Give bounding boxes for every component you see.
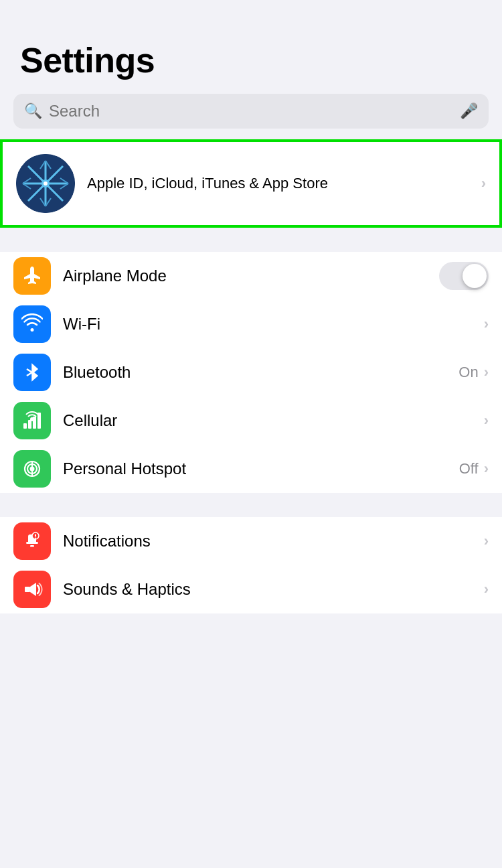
wifi-icon <box>13 305 51 343</box>
bluetooth-icon <box>13 354 51 391</box>
avatar <box>16 154 75 213</box>
apple-id-label: Apple ID, iCloud, iTunes & App Store <box>87 175 469 192</box>
svg-rect-30 <box>35 534 36 537</box>
system-section: Notifications › Sounds & Haptics › <box>0 517 502 613</box>
svg-point-21 <box>30 417 34 421</box>
apple-id-chevron: › <box>481 175 486 192</box>
svg-line-16 <box>27 369 32 372</box>
svg-rect-20 <box>37 413 41 429</box>
bluetooth-chevron: › <box>484 364 489 381</box>
cellular-row[interactable]: Cellular › <box>0 396 502 445</box>
airplane-mode-icon <box>13 257 51 295</box>
sounds-chevron: › <box>484 581 489 598</box>
search-input[interactable] <box>49 102 453 121</box>
toggle-knob <box>463 264 487 288</box>
connectivity-section: Airplane Mode Wi-Fi › Bluetooth On <box>0 252 502 493</box>
wifi-row[interactable]: Wi-Fi › <box>0 300 502 348</box>
sounds-haptics-label: Sounds & Haptics <box>63 580 484 599</box>
svg-rect-18 <box>28 420 31 429</box>
bluetooth-value: On <box>458 364 478 381</box>
cellular-label: Cellular <box>63 411 484 430</box>
svg-rect-31 <box>35 538 36 539</box>
svg-line-15 <box>27 372 32 376</box>
page-header: Settings <box>0 0 502 88</box>
cellular-chevron: › <box>484 412 489 429</box>
svg-rect-28 <box>30 545 34 547</box>
sounds-haptics-row[interactable]: Sounds & Haptics › <box>0 565 502 613</box>
section-gap-1 <box>0 228 502 252</box>
personal-hotspot-row[interactable]: Personal Hotspot Off › <box>0 445 502 493</box>
hotspot-value: Off <box>459 460 479 478</box>
notifications-row[interactable]: Notifications › <box>0 517 502 565</box>
section-gap-2 <box>0 493 502 517</box>
svg-rect-27 <box>26 542 38 544</box>
airplane-mode-toggle[interactable] <box>439 262 489 290</box>
hotspot-icon <box>13 450 51 488</box>
search-icon: 🔍 <box>24 102 42 120</box>
svg-rect-32 <box>25 587 30 592</box>
microphone-icon[interactable]: 🎤 <box>460 102 478 120</box>
airplane-mode-row[interactable]: Airplane Mode <box>0 252 502 300</box>
notifications-chevron: › <box>484 532 489 550</box>
bluetooth-row[interactable]: Bluetooth On › <box>0 348 502 396</box>
svg-rect-17 <box>23 423 27 429</box>
search-bar-container: 🔍 🎤 <box>0 88 502 139</box>
notifications-label: Notifications <box>63 532 484 551</box>
notifications-icon <box>13 522 51 560</box>
apple-id-section: Apple ID, iCloud, iTunes & App Store › <box>0 139 502 228</box>
wifi-label: Wi-Fi <box>63 315 484 334</box>
personal-hotspot-label: Personal Hotspot <box>63 459 459 478</box>
wifi-chevron: › <box>484 315 489 333</box>
hotspot-chevron: › <box>484 460 489 478</box>
airplane-mode-label: Airplane Mode <box>63 267 439 285</box>
search-bar[interactable]: 🔍 🎤 <box>13 94 489 129</box>
svg-marker-33 <box>30 583 36 596</box>
bluetooth-label: Bluetooth <box>63 363 458 382</box>
cellular-icon <box>13 402 51 439</box>
apple-id-row[interactable]: Apple ID, iCloud, iTunes & App Store › <box>3 142 499 225</box>
page-title: Settings <box>20 40 482 80</box>
sounds-icon <box>13 571 51 608</box>
svg-point-14 <box>44 182 48 186</box>
